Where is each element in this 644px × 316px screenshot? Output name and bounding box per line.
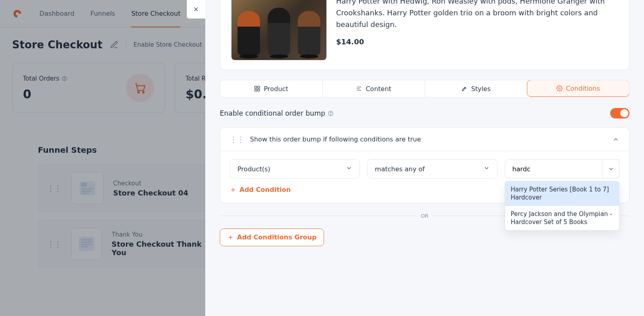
gear-icon xyxy=(556,85,563,91)
toggle-switch[interactable] xyxy=(610,108,630,118)
add-conditions-group-button[interactable]: Add Conditions Group xyxy=(220,229,324,246)
order-preview-card: Harry Potter with Hedwig, Ron Weasley wi… xyxy=(220,0,630,70)
tab-product[interactable]: Product xyxy=(220,80,322,97)
chevron-down-icon xyxy=(608,166,614,172)
condition-body: Product(s) matches any of xyxy=(220,151,629,203)
collapse-button[interactable] xyxy=(612,136,619,143)
plus-icon xyxy=(230,187,236,193)
svg-point-18 xyxy=(559,87,560,89)
condition-card: ⋮⋮ Show this order bump if following con… xyxy=(220,127,630,203)
condition-row: Product(s) matches any of xyxy=(230,159,619,179)
operator-select[interactable]: matches any of xyxy=(367,159,497,179)
toggle-row: Enable conditional order bump xyxy=(220,108,630,118)
grid-icon xyxy=(254,85,260,92)
drag-handle-icon[interactable]: ⋮⋮ xyxy=(230,135,244,143)
svg-point-20 xyxy=(330,114,331,115)
dropdown-option[interactable]: Harry Potter Series [Book 1 to 7] Hardco… xyxy=(505,181,619,206)
chevron-up-icon xyxy=(612,136,619,143)
tab-conditions[interactable]: Conditions xyxy=(527,80,630,97)
svg-rect-14 xyxy=(255,86,257,88)
tab-bar: Product Content Styles Conditions xyxy=(220,80,630,98)
toggle-label: Enable conditional order bump xyxy=(220,109,334,117)
modal-overlay: Harry Potter with Hedwig, Ron Weasley wi… xyxy=(0,0,644,316)
help-icon xyxy=(328,110,334,116)
svg-rect-16 xyxy=(258,89,260,91)
add-condition-button[interactable]: Add Condition xyxy=(230,186,291,193)
dropdown-toggle[interactable] xyxy=(603,159,619,179)
svg-rect-15 xyxy=(258,86,260,88)
plus-icon xyxy=(227,234,234,241)
close-icon xyxy=(192,6,200,13)
condition-header-text: Show this order bump if following condit… xyxy=(250,135,421,143)
brush-icon xyxy=(461,85,468,92)
panel-body: Harry Potter with Hedwig, Ron Weasley wi… xyxy=(205,0,644,316)
condition-header: ⋮⋮ Show this order bump if following con… xyxy=(220,128,629,151)
order-description: Harry Potter with Hedwig, Ron Weasley wi… xyxy=(336,0,618,30)
dropdown-option[interactable]: Percy Jackson and the Olympian - Hardcov… xyxy=(505,206,619,231)
tab-content[interactable]: Content xyxy=(322,80,425,97)
chevron-down-icon xyxy=(483,165,490,171)
chevron-down-icon xyxy=(346,165,352,171)
value-combobox: Harry Potter Series [Book 1 to 7] Hardco… xyxy=(505,159,619,179)
order-image xyxy=(231,0,326,60)
side-panel: Harry Potter with Hedwig, Ron Weasley wi… xyxy=(205,0,644,316)
field-select[interactable]: Product(s) xyxy=(230,159,360,179)
tab-styles[interactable]: Styles xyxy=(425,80,527,97)
lines-icon xyxy=(356,85,362,92)
svg-rect-17 xyxy=(255,89,257,91)
dropdown-menu: Harry Potter Series [Book 1 to 7] Hardco… xyxy=(505,181,619,231)
close-button[interactable] xyxy=(187,0,205,19)
order-price: $14.00 xyxy=(336,37,618,46)
